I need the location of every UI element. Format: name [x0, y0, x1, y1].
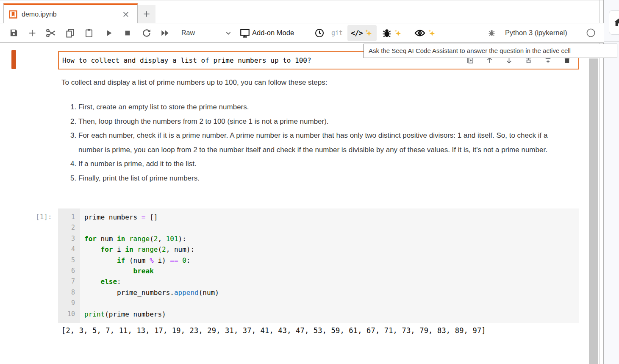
tab-demo-ipynb[interactable]: demo.ipynb	[3, 3, 138, 23]
code-lines: prime_numbers = []for num in range(2, 10…	[80, 208, 579, 323]
cut-cell-button[interactable]	[44, 23, 58, 42]
code-line: print(prime_numbers)	[84, 309, 579, 320]
line-number: 7	[58, 276, 80, 287]
code-line: prime_numbers.append(num)	[84, 287, 579, 298]
cell-output: [2, 3, 5, 7, 11, 13, 17, 19, 23, 29, 31,…	[61, 326, 486, 335]
add-cell-icon	[28, 28, 37, 38]
debugger-toggle[interactable]	[486, 23, 497, 42]
code-line: for i in range(2, num):	[84, 244, 579, 255]
restart-kernel-icon	[142, 28, 152, 38]
line-number: 9	[58, 298, 80, 308]
ai-sparkle-icon	[427, 28, 436, 38]
ai-explain-button[interactable]	[414, 23, 436, 42]
save-button[interactable]	[8, 23, 19, 42]
line-number: 2	[58, 222, 80, 233]
addon-mode-label: Add-on Mode	[252, 29, 294, 37]
tab-title: demo.ipynb	[22, 11, 122, 18]
line-number: 10	[58, 309, 80, 320]
paste-cell-button[interactable]	[83, 23, 95, 42]
vertical-scrollbar-thumb[interactable]	[589, 58, 598, 364]
kernel-name-button[interactable]: Python 3 (ipykernel)	[505, 23, 567, 42]
git-button[interactable]: git	[331, 23, 343, 42]
history-button[interactable]	[314, 23, 325, 42]
ai-sparkle-icon	[393, 28, 402, 38]
markdown-step: If a number is prime, add it to the list…	[78, 157, 555, 171]
line-number: 5	[58, 255, 80, 266]
ai-code-assistant-button[interactable]: </>	[347, 25, 377, 41]
execution-count: [1]:	[36, 213, 56, 221]
cell-type-dropdown-chevron[interactable]	[223, 23, 233, 42]
paste-cell-icon	[84, 28, 94, 38]
line-number: 8	[58, 287, 80, 298]
home-button[interactable]	[609, 10, 619, 35]
top-border	[0, 0, 619, 0]
markdown-step: First, create an empty list to store the…	[78, 100, 555, 114]
line-number-gutter: 12345678910	[58, 208, 80, 323]
code-cell-editor[interactable]: 12345678910 prime_numbers = []for num in…	[58, 208, 579, 323]
kernel-status-indicator[interactable]	[585, 23, 596, 42]
save-icon	[9, 28, 19, 38]
cut-cell-icon	[45, 28, 56, 39]
markdown-step: Then, loop through the numbers from 2 to…	[78, 114, 555, 129]
stop-kernel-button[interactable]	[122, 23, 133, 42]
code-line: for num in range(2, 101):	[84, 233, 579, 244]
run-cell-icon	[104, 28, 114, 38]
code-line: break	[84, 266, 579, 276]
markdown-output: To collect and display a list of prime n…	[61, 77, 568, 185]
text-cursor	[312, 56, 313, 65]
line-number: 1	[58, 212, 80, 222]
markdown-steps: First, create an empty list to store the…	[61, 100, 555, 185]
markdown-step: For each number, check if it is a prime …	[78, 128, 555, 157]
restart-run-all-button[interactable]	[158, 23, 172, 42]
markdown-intro: To collect and display a list of prime n…	[61, 77, 568, 88]
ai-assistant-tooltip: Ask the Seeq AI Code Assistant to answer…	[364, 44, 617, 58]
ai-debug-button[interactable]	[381, 23, 402, 42]
ai-debug-bug-icon	[381, 28, 392, 39]
right-panel-divider	[604, 42, 619, 42]
debugger-bug-icon	[488, 29, 496, 37]
cell-type-value: Raw	[181, 29, 195, 37]
ai-explain-eye-icon	[414, 27, 426, 39]
ai-sparkle-icon	[364, 28, 373, 38]
markdown-step: Finally, print the list of prime numbers…	[78, 171, 555, 186]
code-line: prime_numbers = []	[84, 212, 579, 222]
notebook-area: How to collect and display a list of pri…	[0, 43, 588, 364]
close-tab-icon[interactable]	[122, 11, 130, 18]
line-number: 4	[58, 244, 80, 255]
jupyterlab-window: demo.ipynb	[0, 0, 619, 364]
home-icon	[613, 17, 619, 28]
tab-bar: demo.ipynb	[0, 3, 604, 23]
addon-mode-monitor-icon	[239, 28, 250, 39]
line-number: 3	[58, 233, 80, 244]
kernel-name: Python 3 (ipykernel)	[505, 29, 567, 37]
dropdown-chevron-icon	[225, 29, 232, 37]
active-cell-collapser[interactable]	[11, 50, 16, 69]
copy-cell-icon	[65, 28, 75, 38]
active-cell-text: How to collect and display a list of pri…	[62, 56, 311, 64]
add-cell-button[interactable]	[26, 23, 38, 42]
addon-mode-button[interactable]	[239, 23, 251, 42]
notebook-toolbar: Raw Add-on Mode	[0, 23, 604, 43]
run-cell-button[interactable]	[103, 23, 115, 42]
notebook-icon	[9, 10, 17, 19]
history-clock-icon	[314, 28, 325, 38]
code-line: if (num % i) == 0:	[84, 255, 579, 266]
new-tab-button[interactable]	[138, 5, 155, 23]
kernel-status-circle-icon	[586, 28, 596, 38]
addon-mode-label-button[interactable]: Add-on Mode	[252, 23, 294, 42]
restart-kernel-button[interactable]	[140, 23, 153, 42]
copy-cell-button[interactable]	[64, 23, 76, 42]
stop-kernel-icon	[123, 29, 132, 37]
code-line	[84, 298, 579, 308]
code-line	[84, 222, 579, 233]
restart-run-all-icon	[160, 28, 171, 39]
code-line: else:	[84, 276, 579, 287]
line-number: 6	[58, 266, 80, 276]
ai-code-assistant-icon: </>	[351, 29, 363, 37]
git-label: git	[331, 29, 343, 37]
cell-type-dropdown[interactable]: Raw	[181, 23, 195, 42]
